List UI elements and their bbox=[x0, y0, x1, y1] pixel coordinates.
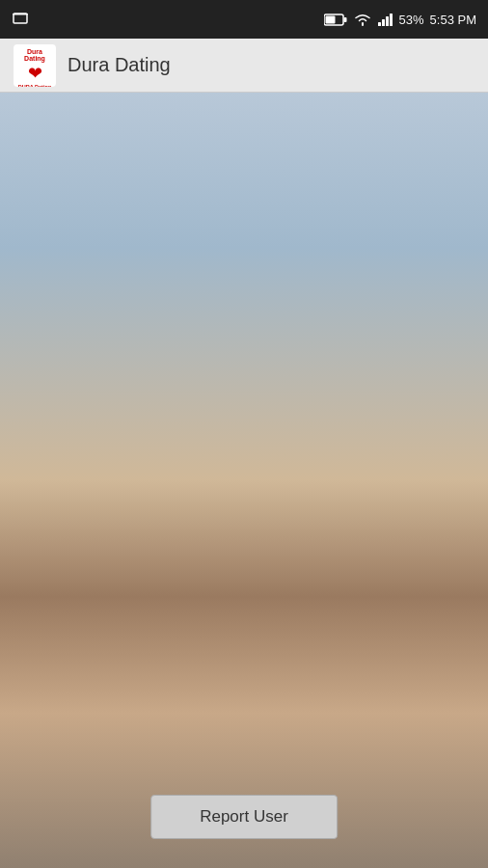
wifi-icon bbox=[353, 13, 372, 26]
app-bar: Dura Dating ❤ DURA Dating Network Dura D… bbox=[0, 39, 488, 93]
svg-rect-4 bbox=[343, 17, 346, 22]
svg-rect-5 bbox=[378, 22, 381, 26]
report-user-button[interactable]: Report User bbox=[150, 795, 338, 839]
battery-percentage: 53% bbox=[399, 13, 424, 27]
svg-rect-7 bbox=[386, 16, 389, 26]
logo-text-bottom: DURA Dating Network bbox=[17, 84, 52, 87]
time-display: 5:53 PM bbox=[430, 13, 476, 27]
app-logo: Dura Dating ❤ DURA Dating Network bbox=[14, 44, 56, 87]
signal-icon bbox=[378, 13, 393, 26]
svg-rect-3 bbox=[325, 15, 335, 23]
status-right: 53% 5:53 PM bbox=[324, 13, 476, 27]
svg-rect-6 bbox=[382, 19, 385, 26]
status-bar: 53% 5:53 PM bbox=[0, 0, 488, 39]
status-left bbox=[12, 12, 29, 27]
svg-rect-1 bbox=[13, 14, 28, 15]
notification-icon bbox=[12, 12, 29, 27]
app-title: Dura Dating bbox=[68, 54, 171, 76]
main-content: simplegirl loving,caring,understanding,f… bbox=[0, 93, 488, 868]
logo-heart-icon: ❤ bbox=[17, 63, 52, 84]
profile-photo bbox=[176, 112, 312, 247]
battery-icon bbox=[324, 14, 347, 26]
logo-text-top: Dura Dating bbox=[17, 48, 52, 63]
svg-rect-8 bbox=[390, 14, 393, 26]
